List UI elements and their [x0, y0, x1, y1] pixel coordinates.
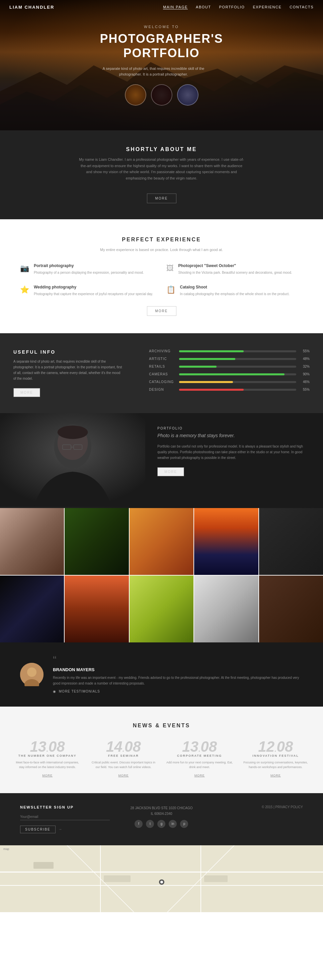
- skill-pct-1: 48%: [299, 357, 310, 361]
- footer-newsletter-title: NEWSLETTER SIGN UP: [20, 805, 110, 809]
- map-label: map: [3, 847, 10, 851]
- photo-cell-3: [130, 508, 193, 575]
- social-googleplus-icon[interactable]: g: [157, 820, 165, 828]
- map-background: map: [0, 845, 323, 912]
- news-date-0: 13.08: [13, 739, 82, 754]
- news-more-1[interactable]: MORE: [90, 774, 157, 777]
- skill-bar-bg-4: [179, 381, 296, 383]
- portfolio-person-svg: [0, 413, 145, 507]
- skill-pct-3: 90%: [299, 372, 310, 376]
- skill-pct-2: 32%: [299, 365, 310, 368]
- exp-icon-3: 📋: [166, 285, 175, 294]
- social-facebook-icon[interactable]: f: [134, 820, 142, 828]
- exp-title-0: Portrait photography: [34, 263, 144, 268]
- skill-label-5: DESIGN: [149, 388, 176, 391]
- skill-row-4: CATALOGING 46%: [149, 380, 310, 384]
- experience-more-button[interactable]: MORE: [147, 306, 176, 316]
- map-section: map: [0, 845, 323, 912]
- footer-address-col: 28 JACKSON BLVD STE 1020 CHICAGO IL 6060…: [117, 805, 206, 828]
- about-section: SHORTLY ABOUT ME My name is Liam Chandle…: [0, 130, 323, 219]
- exp-icon-0: 📷: [20, 264, 29, 273]
- footer-copyright: © 2015 | PRIVACY POLICY: [213, 805, 303, 809]
- portfolio-desc: Portfolio can be useful not only for pro…: [157, 444, 311, 461]
- footer-copy-col: © 2015 | PRIVACY POLICY: [213, 805, 303, 809]
- footer-address: 28 JACKSON BLVD STE 1020 CHICAGO IL 6060…: [117, 805, 206, 816]
- experience-grid: 📷 Portrait photography Photography of a …: [20, 263, 303, 297]
- portfolio-more-button[interactable]: MORE: [157, 467, 184, 476]
- news-more-2[interactable]: MORE: [166, 774, 233, 777]
- hero-circle-2: [151, 84, 173, 106]
- skill-pct-4: 46%: [299, 380, 310, 384]
- nav-contacts[interactable]: CONTACTS: [289, 5, 313, 10]
- testimonial-more-link[interactable]: ◉ MORE TESTIMONIALS: [53, 690, 303, 693]
- nav-main-page[interactable]: MAIN PAGE: [163, 5, 188, 10]
- footer-subscribe-button[interactable]: SUBSCRIBE: [20, 826, 56, 833]
- nav-about[interactable]: ABOUT: [196, 5, 211, 10]
- social-pinterest-icon[interactable]: p: [180, 820, 188, 828]
- about-title: SHORTLY ABOUT ME: [20, 146, 303, 153]
- photo-cell-8: [130, 576, 193, 643]
- skill-bar-bg-1: [179, 358, 296, 360]
- navigation: LIAM CHANDLER MAIN PAGE ABOUT PORTFOLIO …: [0, 0, 323, 14]
- testimonial-content: “ BRANDON MAYERS Recently in my life was…: [53, 656, 303, 693]
- news-item-3: 12.08 INNOVATION FESTIVAL Focusing on su…: [241, 739, 310, 777]
- skill-label-3: CAMERAS: [149, 372, 176, 376]
- experience-section: PERFECT EXPERIENCE My entire experience …: [0, 219, 323, 334]
- nav-portfolio[interactable]: PORTFOLIO: [219, 5, 245, 10]
- svg-rect-21: [204, 875, 228, 882]
- news-desc-0: Meet face-to-face with international com…: [13, 760, 82, 770]
- experience-title: PERFECT EXPERIENCE: [20, 237, 303, 243]
- news-date-3: 12.08: [241, 739, 310, 754]
- hero-welcome: WELCOME TO: [100, 25, 223, 29]
- footer-email-input[interactable]: [20, 813, 110, 820]
- social-twitter-icon[interactable]: t: [146, 820, 154, 828]
- testimonial-quote: Recently in my life was an important eve…: [53, 675, 303, 686]
- skills-body: A separate kind of photo art, that requi…: [13, 359, 122, 381]
- skill-label-0: ARCHIVING: [149, 349, 176, 353]
- skills-title: USEFUL INFO: [13, 349, 122, 355]
- exp-desc-1: Shooting in the Victoria park. Beautiful…: [178, 270, 292, 275]
- skill-bar-2: [179, 366, 217, 368]
- news-date-2: 13.08: [166, 739, 233, 754]
- skills-more-button[interactable]: MORE: [13, 388, 40, 397]
- exp-title-1: Photoproject "Sweet October": [178, 263, 292, 268]
- photo-cell-10: [259, 576, 323, 643]
- svg-point-6: [58, 425, 88, 439]
- skill-label-1: ARTISTIC: [149, 357, 176, 361]
- footer-newsletter: NEWSLETTER SIGN UP SUBSCRIBE →: [20, 805, 110, 833]
- map-svg: [0, 845, 323, 912]
- skill-pct-5: 55%: [299, 388, 310, 391]
- nav-experience[interactable]: EXPERIENCE: [253, 5, 281, 10]
- portfolio-photo: [0, 413, 145, 508]
- exp-icon-1: 🖼: [166, 264, 174, 273]
- news-item-2: 13.08 CORPORATE MEETING Add more fun to …: [166, 739, 233, 777]
- portfolio-tag: PORTFOLIO: [157, 426, 311, 430]
- news-desc-3: Focusing on surprising conversations, ke…: [241, 760, 310, 770]
- about-more-button[interactable]: MORE: [147, 194, 176, 203]
- skill-bar-1: [179, 358, 235, 360]
- svg-rect-20: [104, 875, 131, 882]
- social-linkedin-icon[interactable]: in: [169, 820, 177, 828]
- news-cat-3: INNOVATION FESTIVAL: [241, 754, 310, 757]
- skill-bar-5: [179, 389, 243, 391]
- footer: NEWSLETTER SIGN UP SUBSCRIBE → 28 JACKSO…: [0, 793, 323, 845]
- skills-section: USEFUL INFO A separate kind of photo art…: [0, 333, 323, 413]
- svg-rect-22: [34, 862, 54, 869]
- exp-item-1: 🖼 Photoproject "Sweet October" Shooting …: [166, 263, 303, 275]
- news-item-1: 14.08 FREE SEMINAR Critical public event…: [90, 739, 157, 777]
- skill-row-1: ARTISTIC 48%: [149, 357, 310, 361]
- skill-label-4: CATALOGING: [149, 380, 176, 384]
- news-more-0[interactable]: MORE: [13, 774, 82, 777]
- exp-desc-2: Photography that capture the experience …: [34, 291, 153, 297]
- skill-bar-0: [179, 350, 243, 352]
- photo-grid-2: [0, 576, 323, 643]
- skill-row-5: DESIGN 55%: [149, 388, 310, 391]
- exp-icon-2: ⭐: [20, 285, 29, 294]
- hero-circle-3: [177, 84, 198, 106]
- skill-pct-0: 55%: [299, 349, 310, 353]
- news-more-3[interactable]: MORE: [241, 774, 310, 777]
- news-desc-2: Add more fun to your next company meetin…: [166, 760, 233, 770]
- exp-desc-0: Photography of a person displaying the e…: [34, 270, 144, 275]
- skill-bar-bg-2: [179, 366, 296, 368]
- skill-row-3: CAMERAS 90%: [149, 372, 310, 376]
